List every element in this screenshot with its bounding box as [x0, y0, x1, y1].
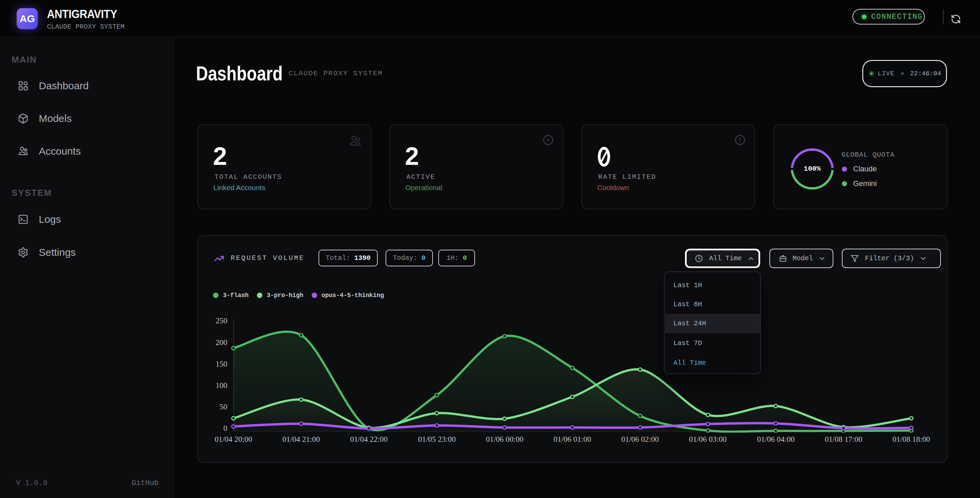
svg-text:0: 0 [224, 424, 228, 433]
svg-text:01/05 23:00: 01/05 23:00 [418, 435, 456, 444]
svg-text:01/06 03:00: 01/06 03:00 [689, 435, 727, 444]
svg-text:100: 100 [216, 381, 228, 389]
svg-text:01/04 20:00: 01/04 20:00 [215, 435, 253, 444]
svg-text:01/04 21:00: 01/04 21:00 [282, 435, 320, 444]
svg-text:01/08 18:00: 01/08 18:00 [892, 435, 930, 444]
svg-text:200: 200 [216, 338, 228, 347]
svg-text:150: 150 [216, 360, 228, 368]
svg-text:100%: 100% [804, 165, 821, 173]
svg-text:01/04 22:00: 01/04 22:00 [350, 435, 388, 444]
svg-text:01/06 04:00: 01/06 04:00 [757, 435, 795, 444]
svg-text:250: 250 [216, 316, 228, 325]
svg-text:01/06 01:00: 01/06 01:00 [554, 435, 592, 444]
svg-text:01/06 02:00: 01/06 02:00 [621, 435, 659, 444]
svg-text:50: 50 [220, 402, 227, 411]
svg-text:01/06 00:00: 01/06 00:00 [486, 435, 524, 444]
svg-text:01/08 17:00: 01/08 17:00 [825, 435, 862, 444]
